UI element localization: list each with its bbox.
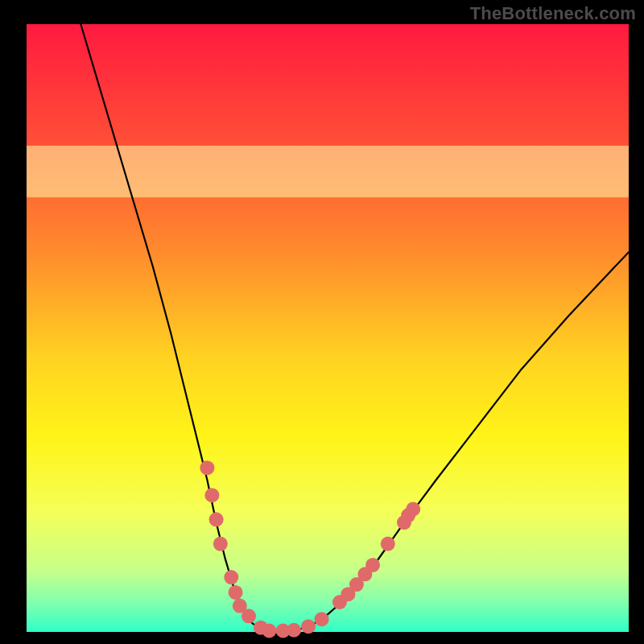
- data-point: [242, 609, 256, 623]
- data-point: [301, 619, 316, 634]
- data-point: [315, 612, 329, 626]
- chart-frame: TheBottleneck.com: [0, 0, 644, 644]
- data-point: [365, 558, 380, 572]
- gradient-background: [27, 24, 629, 632]
- highlight-band: [27, 146, 629, 197]
- chart-canvas: [0, 0, 644, 644]
- data-point: [200, 460, 214, 475]
- data-point: [406, 502, 420, 516]
- data-point: [381, 537, 395, 551]
- data-point: [204, 488, 219, 502]
- watermark-label: TheBottleneck.com: [470, 3, 636, 24]
- data-point: [224, 570, 238, 584]
- data-point: [287, 623, 301, 638]
- data-point: [209, 512, 224, 526]
- data-point: [229, 585, 243, 600]
- data-point: [262, 623, 276, 638]
- data-point: [213, 537, 228, 551]
